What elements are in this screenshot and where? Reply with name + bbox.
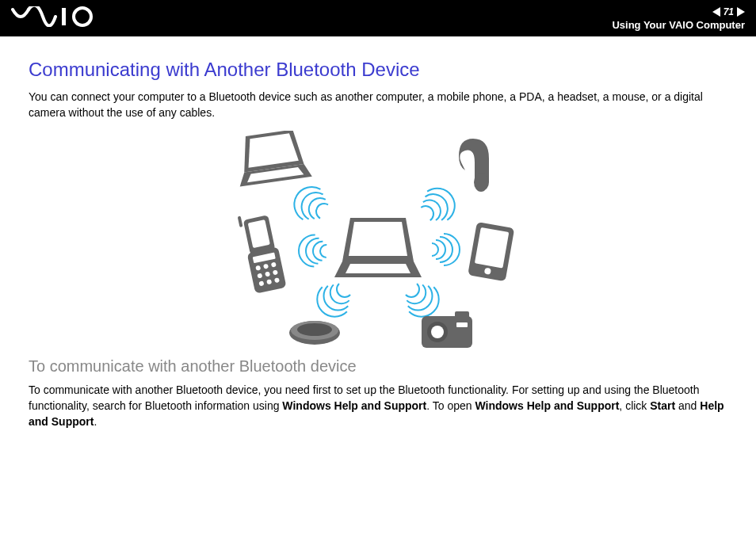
prev-page-icon[interactable] [712,7,720,17]
headset-icon [459,139,489,192]
svg-point-30 [297,323,332,336]
body-paragraph: To communicate with another Bluetooth de… [29,382,727,430]
header-right: 71 Using Your VAIO Computer [612,6,745,31]
body-text: and [675,399,700,412]
svg-point-34 [431,326,444,338]
page-nav: 71 [712,6,745,17]
svg-point-10 [474,173,488,192]
vaio-logo [11,6,98,30]
intro-paragraph: You can connect your computer to a Bluet… [29,89,727,121]
body-bold: Windows Help and Support [282,399,426,412]
svg-rect-32 [455,311,469,319]
svg-rect-35 [456,322,468,327]
svg-rect-24 [238,216,243,227]
laptop-icon [233,131,312,187]
next-page-icon[interactable] [737,7,745,17]
body-bold: Start [650,399,675,412]
camera-icon [422,311,472,348]
phone-icon [238,209,287,294]
main-heading: Communicating with Another Bluetooth Dev… [29,59,727,81]
header-bar: 71 Using Your VAIO Computer [0,0,756,36]
laptop-center-icon [334,218,422,277]
body-text: , click [619,399,650,412]
svg-marker-5 [346,264,410,273]
bluetooth-diagram [204,131,552,353]
svg-rect-0 [62,8,66,25]
svg-rect-13 [247,246,287,293]
svg-marker-3 [349,222,407,256]
mouse-icon [289,321,340,345]
pda-icon [468,222,514,281]
page-content: Communicating with Another Bluetooth Dev… [0,36,756,429]
page-number: 71 [724,6,734,17]
section-title: Using Your VAIO Computer [612,19,745,31]
sub-heading: To communicate with another Bluetooth de… [29,357,727,376]
body-bold: Windows Help and Support [475,399,619,412]
body-text: . [94,415,97,428]
body-text: . To open [426,399,475,412]
svg-point-1 [74,8,91,25]
